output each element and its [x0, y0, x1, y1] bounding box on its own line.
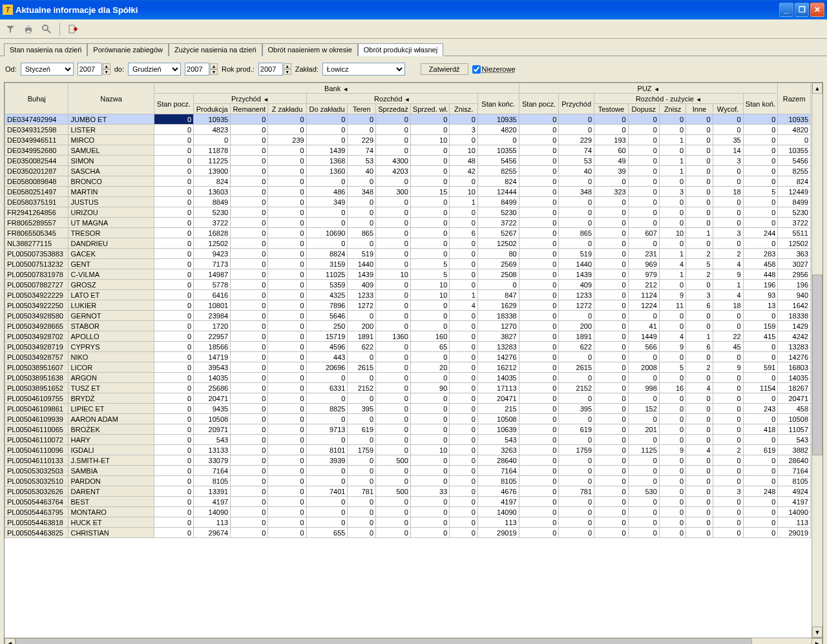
cell-value[interactable]: 0 [410, 166, 449, 176]
cell-value[interactable]: 0 [594, 197, 629, 207]
cell-value[interactable]: 0 [154, 466, 194, 476]
cell-value[interactable]: 0 [686, 280, 713, 290]
cell-value[interactable]: 0 [686, 207, 713, 218]
cell-value[interactable]: 212 [628, 280, 659, 290]
table-row[interactable]: DE0349946511MIRCO00023902290100002291930… [5, 135, 811, 145]
cell-value[interactable]: 4 [713, 290, 743, 300]
cell-value[interactable]: 0 [268, 156, 306, 166]
cell-value[interactable]: 349 [306, 197, 348, 207]
cell-value[interactable]: 0 [519, 331, 559, 342]
cell-value[interactable]: 80 [477, 249, 519, 259]
cell-value[interactable]: 0 [450, 455, 478, 466]
cell-value[interactable]: 0 [743, 466, 778, 476]
cell-value[interactable]: 6 [686, 300, 713, 311]
cell-nazwa[interactable]: BRONCO [68, 176, 154, 187]
cell-nazwa[interactable]: CHRISTIAN [68, 528, 154, 538]
cell-value[interactable]: 20471 [477, 393, 519, 404]
cell-value[interactable]: 415 [743, 331, 778, 342]
cell-value[interactable]: 543 [194, 435, 231, 445]
cell-value[interactable]: 0 [268, 528, 306, 538]
cell-value[interactable]: 824 [194, 176, 231, 187]
cell-value[interactable]: 0 [410, 435, 449, 445]
cell-value[interactable]: 0 [519, 197, 559, 207]
cell-value[interactable]: 0 [519, 135, 559, 145]
cell-value[interactable]: 0 [231, 269, 268, 280]
cell-value[interactable]: 0 [713, 517, 743, 528]
cell-value[interactable]: 0 [376, 507, 411, 517]
col-stanp[interactable]: Stan pocz. [154, 94, 194, 114]
table-row[interactable]: PL005046109755BRYDŻ020471000000020471000… [5, 393, 811, 404]
cell-value[interactable]: 0 [594, 424, 629, 435]
cell-value[interactable]: 0 [231, 228, 268, 238]
cell-value[interactable]: 0 [659, 476, 686, 486]
cell-value[interactable]: 0 [686, 497, 713, 507]
cell-buhaj[interactable]: PL005053032503 [5, 466, 68, 476]
cell-value[interactable]: 0 [659, 218, 686, 228]
col-dozakladu[interactable]: Do zakładu [306, 104, 348, 114]
cell-value[interactable]: 0 [154, 300, 194, 311]
cell-buhaj[interactable]: DE0347492994 [5, 114, 68, 125]
cell-value[interactable]: 0 [450, 259, 478, 269]
cell-value[interactable]: 0 [231, 373, 268, 383]
cell-value[interactable]: 0 [628, 517, 659, 528]
cell-value[interactable]: 14035 [194, 373, 231, 383]
col-stank2[interactable]: Stan koń. [743, 94, 778, 114]
table-row[interactable]: PL005038951638ARGON014035000000014035000… [5, 373, 811, 383]
cell-value[interactable]: 0 [519, 228, 559, 238]
cell-value[interactable]: 0 [743, 455, 778, 466]
cell-value[interactable]: 0 [628, 218, 659, 228]
cell-value[interactable]: 0 [410, 311, 449, 321]
cell-value[interactable]: 0 [154, 424, 194, 435]
scroll-right-arrow[interactable]: ► [811, 638, 822, 644]
cell-value[interactable]: 0 [594, 300, 629, 311]
cell-value[interactable]: 0 [268, 507, 306, 517]
cell-value[interactable]: 0 [376, 517, 411, 528]
cell-value[interactable]: 33079 [194, 455, 231, 466]
col-stank[interactable]: Stan końc. [477, 94, 519, 114]
cell-value[interactable]: 14987 [194, 269, 231, 280]
cell-value[interactable]: 0 [519, 280, 559, 290]
cell-value[interactable]: 13 [743, 300, 778, 311]
cell-nazwa[interactable]: SASCHA [68, 166, 154, 176]
col-produkcja[interactable]: Produkcja [194, 104, 231, 114]
cell-value[interactable]: 4823 [194, 125, 231, 135]
cell-value[interactable]: 0 [519, 238, 559, 249]
cell-value[interactable]: 0 [268, 238, 306, 249]
cell-value[interactable]: 0 [154, 145, 194, 156]
cell-value[interactable]: 10 [450, 187, 478, 197]
do-year-input[interactable] [185, 63, 209, 76]
cell-nazwa[interactable]: J.SMITH-ET [68, 455, 154, 466]
cell-value[interactable]: 10 [376, 269, 411, 280]
cell-value[interactable]: 0 [154, 207, 194, 218]
cell-value[interactable]: 865 [348, 228, 376, 238]
cell-value[interactable]: 5230 [194, 207, 231, 218]
cell-value[interactable]: 18 [713, 300, 743, 311]
cell-value[interactable]: 0 [594, 176, 629, 187]
cell-nazwa[interactable]: BRYDŻ [68, 393, 154, 404]
cell-value[interactable]: 0 [659, 238, 686, 249]
cell-buhaj[interactable]: PL005034928719 [5, 342, 68, 352]
cell-value[interactable]: 0 [231, 352, 268, 362]
cell-value[interactable]: 29019 [778, 528, 811, 538]
cell-nazwa[interactable]: BEST [68, 497, 154, 507]
cell-value[interactable]: 0 [628, 466, 659, 476]
cell-value[interactable]: 6 [450, 228, 478, 238]
cell-value[interactable]: 2508 [477, 269, 519, 280]
cell-value[interactable]: 0 [268, 466, 306, 476]
cell-value[interactable]: 0 [559, 455, 594, 466]
cell-value[interactable]: 0 [519, 156, 559, 166]
cell-value[interactable]: 74 [559, 145, 594, 156]
cell-value[interactable]: 12502 [477, 238, 519, 249]
cell-value[interactable]: 0 [154, 259, 194, 269]
cell-value[interactable]: 8255 [778, 166, 811, 176]
table-row[interactable]: PL005046110065BROŻEK02097100971361900010… [5, 424, 811, 435]
cell-buhaj[interactable]: PL005054463795 [5, 507, 68, 517]
cell-value[interactable]: 18338 [477, 311, 519, 321]
cell-value[interactable]: 0 [348, 197, 376, 207]
cell-value[interactable]: 0 [348, 497, 376, 507]
niezerowe-checkbox[interactable]: Niezerowe [472, 65, 516, 74]
cell-value[interactable]: 25686 [194, 383, 231, 393]
cell-value[interactable]: 5359 [306, 280, 348, 290]
cell-buhaj[interactable]: NL388277115 [5, 238, 68, 249]
cell-value[interactable]: 0 [659, 466, 686, 476]
